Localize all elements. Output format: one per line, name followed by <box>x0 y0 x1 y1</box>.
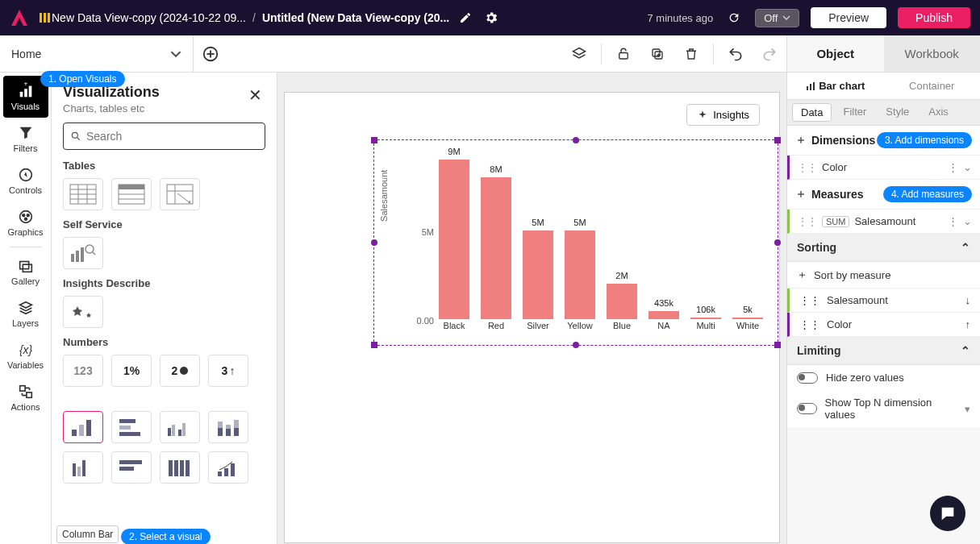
aggregation-badge[interactable]: SUM <box>822 216 849 227</box>
callout-add-measures: 4. Add measures <box>883 186 972 202</box>
add-measure-icon[interactable]: ＋ <box>795 187 807 201</box>
publish-button[interactable]: Publish <box>898 7 970 28</box>
subtab-container[interactable]: Container <box>884 73 981 99</box>
viz-chart-c[interactable] <box>160 451 200 484</box>
edit-title-icon[interactable] <box>456 8 475 27</box>
layers-toggle-icon[interactable] <box>562 35 596 72</box>
undo-icon[interactable] <box>719 35 753 72</box>
viz-kpi-percent[interactable]: 1% <box>111 355 152 387</box>
viz-search[interactable] <box>63 123 265 150</box>
tab-workbook[interactable]: Workbook <box>884 35 981 72</box>
prop-tab-style[interactable]: Style <box>878 103 917 122</box>
chevron-down-icon[interactable]: ⌄ <box>963 215 972 227</box>
viz-chart-d[interactable] <box>208 451 248 484</box>
viz-bar-grouped[interactable] <box>160 411 200 443</box>
svg-rect-40 <box>71 254 74 262</box>
limiting-header[interactable]: Limiting ⌃ <box>787 337 980 365</box>
viz-table-header[interactable] <box>111 178 152 210</box>
sort-by-measure-row[interactable]: ＋ Sort by measure <box>787 262 980 289</box>
sort-asc-icon[interactable]: ↑ <box>965 318 971 330</box>
toggle-topn[interactable]: Show Top N dimension values ▾ <box>787 390 980 427</box>
toggle-hide-zero[interactable]: Hide zero values <box>787 365 980 390</box>
svg-rect-54 <box>182 423 186 436</box>
help-chat-button[interactable] <box>930 496 965 531</box>
drag-handle-icon[interactable]: ⋮⋮ <box>798 216 817 227</box>
chevron-down-icon[interactable]: ⌄ <box>963 161 972 173</box>
insights-button[interactable]: Insights <box>686 104 760 126</box>
svg-rect-64 <box>119 460 142 464</box>
resize-handle[interactable] <box>573 137 579 143</box>
page-selector[interactable]: Home <box>0 35 194 72</box>
resize-handle[interactable] <box>573 342 579 348</box>
toggle-switch[interactable] <box>797 403 817 414</box>
prop-tab-data[interactable]: Data <box>792 103 832 122</box>
dimension-field-color[interactable]: ⋮⋮ Color ⋮ ⌄ <box>787 156 980 180</box>
svg-point-25 <box>72 132 77 138</box>
resize-handle[interactable] <box>371 342 377 348</box>
chevron-up-icon: ⌃ <box>961 344 970 357</box>
viz-self-service[interactable] <box>63 237 103 269</box>
viz-column-bar[interactable] <box>63 411 103 443</box>
report-page[interactable]: Insights Salesamount 0.005M 9M8M5M5M2M43… <box>284 92 780 543</box>
breadcrumb-current[interactable]: Untitled (New Data View-copy (20... <box>262 11 449 24</box>
resize-handle[interactable] <box>371 137 377 143</box>
close-panel-icon[interactable]: ✕ <box>245 84 265 106</box>
resize-handle[interactable] <box>774 239 781 246</box>
sorting-header[interactable]: Sorting ⌃ <box>787 234 980 262</box>
resize-handle[interactable] <box>774 342 781 348</box>
drag-handle-icon[interactable]: ⋮⋮ <box>798 162 817 173</box>
prop-tab-axis[interactable]: Axis <box>920 103 957 122</box>
off-label: Off <box>764 12 778 24</box>
viz-chart-b[interactable] <box>111 451 152 484</box>
drag-handle-icon[interactable]: ⋮⋮ <box>799 318 820 330</box>
subtab-bar-chart[interactable]: Bar chart <box>787 73 884 99</box>
add-page-button[interactable] <box>194 35 227 72</box>
tab-object[interactable]: Object <box>787 35 884 72</box>
preview-button[interactable]: Preview <box>811 7 886 28</box>
lock-icon[interactable] <box>607 35 640 72</box>
sort-color[interactable]: ⋮⋮ Color ↑ <box>787 313 980 337</box>
drag-handle-icon[interactable]: ⋮⋮ <box>799 294 820 306</box>
field-menu-icon[interactable]: ⋮ <box>948 215 958 227</box>
viz-bar-horizontal[interactable] <box>111 411 152 443</box>
nav-controls[interactable]: Controls <box>3 160 48 201</box>
svg-line-44 <box>93 252 95 255</box>
nav-filters[interactable]: Filters <box>3 118 48 160</box>
prop-tab-filter[interactable]: Filter <box>835 103 874 122</box>
sort-salesamount[interactable]: ⋮⋮ Salesamount ↓ <box>787 289 980 313</box>
viz-chart-a[interactable] <box>63 451 103 484</box>
redo-icon[interactable] <box>753 35 786 72</box>
y-axis-label: Salesamount <box>379 170 389 222</box>
nav-layers[interactable]: Layers <box>3 293 48 334</box>
viz-insights-describe[interactable] <box>63 296 103 328</box>
viz-kpi-arrow[interactable]: 3↑ <box>208 355 248 387</box>
breadcrumb-dataview[interactable]: New Data View-copy (2024-10-22 09... <box>52 11 246 24</box>
viz-kpi-number[interactable]: 123 <box>63 355 103 387</box>
viz-kpi-dot[interactable]: 2 <box>160 355 200 387</box>
viz-table-basic[interactable] <box>63 178 103 210</box>
svg-rect-70 <box>218 471 222 476</box>
viz-search-input[interactable] <box>86 130 258 143</box>
plus-icon[interactable]: ＋ <box>797 268 807 282</box>
toggle-switch[interactable] <box>797 372 818 384</box>
refresh-icon[interactable] <box>724 8 744 27</box>
duplicate-icon[interactable] <box>640 35 674 72</box>
section-tables: Tables <box>63 160 265 172</box>
resize-handle[interactable] <box>774 137 781 143</box>
sort-desc-icon[interactable]: ↓ <box>965 294 971 306</box>
delete-icon[interactable] <box>674 35 708 72</box>
auto-refresh-dropdown[interactable]: Off <box>755 9 799 27</box>
field-menu-icon[interactable]: ⋮ <box>948 161 958 173</box>
resize-handle[interactable] <box>371 239 377 246</box>
nav-variables[interactable]: {x} Variables <box>3 334 48 376</box>
add-dimension-icon[interactable]: ＋ <box>795 133 807 147</box>
nav-actions[interactable]: Actions <box>3 376 48 418</box>
viz-table-pivot[interactable] <box>160 178 200 210</box>
chart-selection[interactable]: Salesamount 0.005M 9M8M5M5M2M435k106k5k … <box>373 139 778 346</box>
chevron-down-icon[interactable]: ▾ <box>965 403 970 415</box>
measure-field-salesamount[interactable]: ⋮⋮ SUM Salesamount ⋮ ⌄ <box>787 210 980 234</box>
viz-bar-stacked[interactable] <box>208 411 248 443</box>
nav-graphics[interactable]: Graphics <box>3 201 48 243</box>
nav-gallery[interactable]: Gallery <box>3 251 48 293</box>
settings-icon[interactable] <box>482 8 501 27</box>
